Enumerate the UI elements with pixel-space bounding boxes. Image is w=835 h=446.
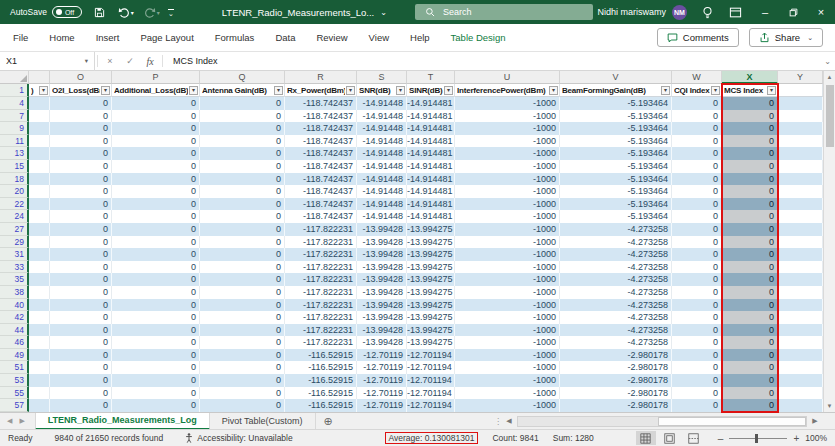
autosave-toggle[interactable]: Off	[52, 6, 82, 18]
cell[interactable]: 0	[672, 97, 722, 110]
cell[interactable]	[29, 236, 50, 249]
cell[interactable]: 0	[722, 110, 778, 123]
cell[interactable]: 0	[112, 185, 200, 198]
cell[interactable]: 0	[50, 122, 112, 135]
cell[interactable]	[778, 261, 823, 274]
cell[interactable]: -2.980178	[560, 374, 672, 387]
cell[interactable]: -1000	[455, 261, 560, 274]
accessibility-status[interactable]: Accessibility: Unavailable	[185, 433, 292, 443]
cell[interactable]: 0	[50, 147, 112, 160]
row-number[interactable]: 40	[0, 299, 29, 312]
row-number[interactable]: 7	[0, 110, 29, 123]
cell[interactable]: 0	[112, 122, 200, 135]
cell[interactable]: -1000	[455, 336, 560, 349]
row-number[interactable]: 1	[0, 84, 29, 97]
cell[interactable]: 0	[50, 387, 112, 400]
header-cell-U[interactable]: InterferencePower(dBm)▾	[455, 84, 560, 97]
cell[interactable]: 0	[672, 122, 722, 135]
cell[interactable]: -4.273258	[560, 311, 672, 324]
cell[interactable]: 0	[672, 236, 722, 249]
row-number[interactable]: 4	[0, 97, 29, 110]
cell[interactable]: 0	[200, 349, 285, 362]
cell[interactable]: 0	[112, 336, 200, 349]
cell[interactable]: -5.193464	[560, 160, 672, 173]
header-cell-Y[interactable]	[778, 84, 823, 97]
status-sum[interactable]: Sum: 1280	[553, 433, 594, 443]
cell[interactable]: 0	[672, 135, 722, 148]
cell[interactable]: 0	[50, 110, 112, 123]
header-cell-O[interactable]: O2I_Loss(dBm)▾	[50, 84, 112, 97]
row-number[interactable]: 13	[0, 147, 29, 160]
cell[interactable]: -14.91448	[357, 122, 407, 135]
name-box-dropdown-icon[interactable]: ▾	[85, 57, 88, 65]
cell[interactable]: 0	[672, 198, 722, 211]
row-number[interactable]: 27	[0, 223, 29, 236]
cell[interactable]: -12.70119	[357, 387, 407, 400]
cell[interactable]: 0	[722, 122, 778, 135]
cell[interactable]: -1000	[455, 160, 560, 173]
cell[interactable]: -12.701194	[407, 361, 455, 374]
cell[interactable]: 0	[722, 273, 778, 286]
cell[interactable]: 0	[722, 261, 778, 274]
cell[interactable]	[778, 110, 823, 123]
cell[interactable]: 0	[112, 110, 200, 123]
ribbon-tab-insert[interactable]: Insert	[96, 32, 120, 43]
filter-dropdown-icon[interactable]: ▾	[549, 86, 558, 95]
cell[interactable]: -13.99428	[357, 336, 407, 349]
cell[interactable]: -116.52915	[285, 399, 357, 412]
cell[interactable]: -14.914481	[407, 97, 455, 110]
cell[interactable]	[29, 135, 50, 148]
filter-dropdown-icon[interactable]: ▾	[346, 86, 355, 95]
cell[interactable]: 0	[200, 361, 285, 374]
cell[interactable]: 0	[200, 286, 285, 299]
cell[interactable]: 0	[50, 135, 112, 148]
cell[interactable]: -14.914481	[407, 147, 455, 160]
cell[interactable]	[29, 122, 50, 135]
cell[interactable]: 0	[200, 399, 285, 412]
ideas-button[interactable]	[699, 4, 715, 20]
cell[interactable]: -4.273258	[560, 236, 672, 249]
next-sheet-icon[interactable]: ▶	[19, 417, 24, 425]
cell[interactable]: -5.193464	[560, 210, 672, 223]
cell[interactable]: 0	[722, 361, 778, 374]
row-number[interactable]: 55	[0, 387, 29, 400]
cell[interactable]: -4.273258	[560, 286, 672, 299]
filter-dropdown-icon[interactable]: ▾	[189, 86, 198, 95]
zoom-slider-thumb[interactable]	[755, 434, 758, 443]
ribbon-tab-review[interactable]: Review	[316, 32, 347, 43]
zoom-level[interactable]: 100%	[805, 433, 827, 443]
cell[interactable]: 0	[50, 198, 112, 211]
cell[interactable]: 0	[722, 374, 778, 387]
cell[interactable]: -1000	[455, 324, 560, 337]
cell[interactable]: -117.822231	[285, 336, 357, 349]
ribbon-tab-view[interactable]: View	[369, 32, 389, 43]
row-number[interactable]: 22	[0, 198, 29, 211]
minimize-button[interactable]: –	[751, 0, 779, 24]
cell[interactable]: 0	[50, 160, 112, 173]
cell[interactable]: -5.193464	[560, 97, 672, 110]
horizontal-scrollbar-thumb[interactable]	[658, 417, 806, 426]
cell[interactable]: -5.193464	[560, 198, 672, 211]
cell[interactable]: -1000	[455, 223, 560, 236]
normal-view-button[interactable]	[636, 431, 656, 445]
filter-dropdown-icon[interactable]: ▾	[767, 86, 776, 95]
status-count[interactable]: Count: 9841	[492, 433, 538, 443]
cell[interactable]: 0	[672, 299, 722, 312]
header-cell-S[interactable]: SNR(dB)▾	[357, 84, 407, 97]
cell[interactable]	[29, 173, 50, 186]
cell[interactable]	[778, 122, 823, 135]
cell[interactable]: 0	[672, 349, 722, 362]
cell[interactable]: -2.980178	[560, 399, 672, 412]
customize-quick-access-toolbar-icon[interactable]: ⌄	[168, 9, 174, 16]
header-cell-R[interactable]: Rx_Power(dBm)▾	[285, 84, 357, 97]
cell[interactable]: 0	[200, 261, 285, 274]
cell[interactable]: 0	[50, 311, 112, 324]
row-number[interactable]: 57	[0, 399, 29, 412]
cell[interactable]: 0	[50, 210, 112, 223]
zoom-in-button[interactable]: +	[793, 433, 799, 444]
cell[interactable]: -118.742437	[285, 97, 357, 110]
cell[interactable]	[29, 399, 50, 412]
cell[interactable]: -1000	[455, 248, 560, 261]
cell[interactable]: 0	[722, 286, 778, 299]
cell[interactable]: -118.742437	[285, 160, 357, 173]
